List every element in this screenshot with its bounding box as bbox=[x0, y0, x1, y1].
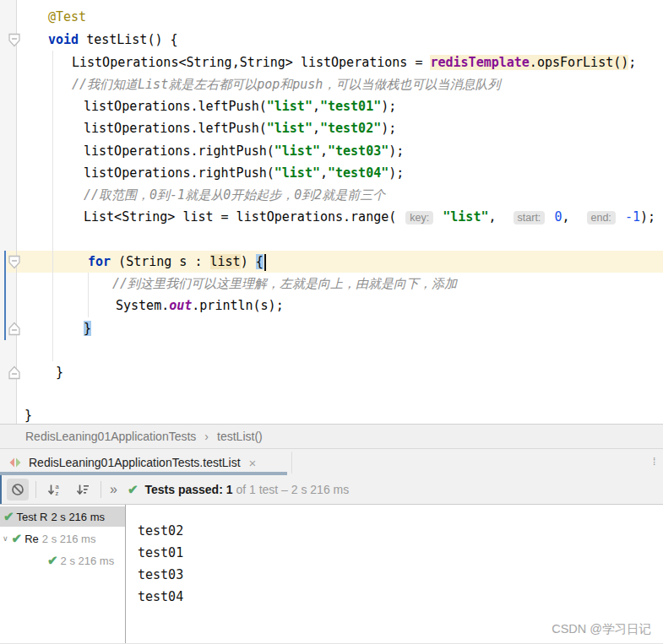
code-token[interactable]: "list" bbox=[443, 209, 488, 225]
chevron-down-icon[interactable]: ∨ bbox=[3, 534, 8, 543]
test-tree-row[interactable]: ✔Test R2 s 216 ms bbox=[0, 506, 125, 527]
code-token[interactable]: , bbox=[320, 165, 328, 181]
code-line[interactable]: //取范围，0到-1就是从0开始起步，0到2就是前三个 bbox=[84, 184, 385, 206]
code-token[interactable]: //我们知道List就是左右都可以pop和push，可以当做栈也可以当消息队列 bbox=[72, 77, 500, 92]
code-token[interactable]: key: bbox=[405, 211, 433, 225]
code-token[interactable]: ) bbox=[241, 254, 256, 269]
code-token[interactable]: .opsForList() bbox=[530, 55, 628, 70]
code-token[interactable]: listOperations.rightPush( bbox=[84, 165, 274, 181]
tree-console-splitter[interactable] bbox=[125, 505, 126, 644]
code-token[interactable]: .println(s); bbox=[192, 298, 283, 313]
code-token[interactable]: "test02" bbox=[320, 121, 381, 136]
console-line: test02 bbox=[138, 520, 183, 542]
run-tab-title: RedisLeaning01ApplicationTests.testList bbox=[29, 456, 241, 469]
code-line[interactable]: for (String s : list) { bbox=[88, 251, 266, 273]
code-token[interactable]: , bbox=[320, 143, 328, 159]
code-line[interactable]: List<String> list = listOperations.range… bbox=[84, 206, 655, 228]
code-token[interactable]: -1 bbox=[625, 209, 640, 225]
panel-options-icon[interactable]: ⁞ bbox=[653, 456, 661, 468]
code-line[interactable]: listOperations.leftPush("list","test01")… bbox=[84, 95, 396, 117]
code-token[interactable]: System. bbox=[116, 298, 169, 313]
gutter-separator bbox=[16, 0, 17, 424]
test-tree[interactable]: ✔Test R2 s 216 ms∨✔Re2 s 216 ms✔2 s 216 … bbox=[0, 505, 125, 644]
code-token[interactable]: } bbox=[56, 365, 63, 380]
code-token[interactable]: ); bbox=[381, 121, 396, 136]
code-token[interactable]: void bbox=[48, 32, 79, 47]
code-token[interactable]: , bbox=[312, 121, 320, 136]
code-editor[interactable]: @Testvoid testList() {ListOperations<Str… bbox=[0, 0, 663, 424]
code-token[interactable]: ); bbox=[640, 209, 655, 225]
code-token[interactable] bbox=[435, 209, 443, 225]
code-line[interactable]: ListOperations<String,String> listOperat… bbox=[72, 51, 636, 73]
code-token[interactable]: "test03" bbox=[328, 143, 389, 159]
code-line[interactable]: @Test bbox=[48, 6, 86, 28]
fold-expand-icon[interactable] bbox=[8, 255, 21, 269]
code-token[interactable]: } bbox=[84, 321, 91, 336]
code-token[interactable]: "list" bbox=[267, 121, 312, 136]
code-token[interactable]: "list" bbox=[267, 99, 312, 114]
code-token[interactable]: for bbox=[88, 254, 111, 269]
code-token[interactable] bbox=[617, 209, 625, 225]
sort-alphabetically-button[interactable]: a z bbox=[43, 479, 65, 501]
code-token[interactable]: } bbox=[24, 408, 32, 423]
code-token[interactable]: listOperations.leftPush( bbox=[84, 121, 267, 136]
code-token[interactable]: redisTemplate bbox=[430, 55, 529, 70]
code-line[interactable]: } bbox=[84, 317, 91, 339]
console-line: test01 bbox=[138, 542, 183, 564]
code-token[interactable]: @Test bbox=[48, 9, 86, 24]
console-output[interactable]: test02test01test03test04 bbox=[138, 520, 183, 608]
code-line[interactable]: System.out.println(s); bbox=[116, 295, 284, 317]
test-tree-row[interactable]: ∨✔Re2 s 216 ms bbox=[0, 528, 125, 549]
code-token[interactable]: ; bbox=[628, 55, 636, 70]
change-marker[interactable] bbox=[4, 251, 6, 340]
run-tab-bar: RedisLeaning01ApplicationTests.testList … bbox=[0, 448, 663, 475]
hide-passed-button[interactable] bbox=[7, 479, 29, 501]
code-token[interactable]: , bbox=[488, 209, 511, 225]
code-token[interactable]: "test04" bbox=[328, 165, 389, 181]
code-line[interactable]: listOperations.rightPush("list","test03"… bbox=[84, 140, 404, 162]
code-line[interactable]: void testList() { bbox=[48, 29, 178, 51]
test-node-label: Test R bbox=[17, 511, 48, 523]
code-token[interactable]: testList() { bbox=[79, 32, 177, 47]
fold-expand-icon[interactable] bbox=[8, 33, 21, 47]
code-token[interactable]: out bbox=[169, 298, 192, 313]
code-line[interactable]: //到这里我们可以这里理解，左就是向上，由就是向下，添加 bbox=[112, 273, 457, 295]
indent-guide bbox=[52, 51, 53, 361]
more-actions-icon[interactable]: » bbox=[110, 482, 117, 497]
console-line: test03 bbox=[138, 564, 183, 586]
close-icon[interactable]: × bbox=[249, 456, 257, 470]
code-token[interactable]: end: bbox=[587, 211, 616, 225]
code-line[interactable]: listOperations.leftPush("list","test02")… bbox=[84, 117, 396, 139]
code-token[interactable]: "list" bbox=[274, 143, 320, 159]
code-line[interactable]: listOperations.rightPush("list","test04"… bbox=[84, 162, 404, 184]
breadcrumb-method[interactable]: testList() bbox=[217, 430, 263, 443]
code-token[interactable]: { bbox=[256, 254, 264, 269]
test-runner-toolbar: a z » ✔ Tests passed: 1 of 1 test – 2 s … bbox=[0, 475, 663, 505]
ide-window: @Testvoid testList() {ListOperations<Str… bbox=[0, 0, 663, 644]
code-token[interactable]: ); bbox=[389, 165, 404, 181]
code-token[interactable]: listOperations.rightPush( bbox=[84, 143, 274, 159]
code-token[interactable]: "list" bbox=[274, 165, 320, 181]
code-token[interactable]: //到这里我们可以这里理解，左就是向上，由就是向下，添加 bbox=[112, 276, 457, 291]
code-token[interactable]: , bbox=[562, 209, 584, 225]
fold-end-icon[interactable] bbox=[8, 322, 21, 336]
code-token[interactable]: , bbox=[312, 99, 320, 114]
code-token[interactable]: ); bbox=[381, 99, 396, 114]
toolbar-separator bbox=[35, 481, 36, 498]
code-token[interactable]: ListOperations<String,String> listOperat… bbox=[72, 55, 430, 70]
code-token[interactable]: "test01" bbox=[320, 99, 381, 114]
fold-end-icon[interactable] bbox=[8, 365, 21, 380]
sort-by-duration-button[interactable] bbox=[72, 479, 94, 501]
test-tree-row[interactable]: ✔2 s 216 ms bbox=[0, 550, 125, 571]
code-token[interactable]: ); bbox=[389, 143, 404, 159]
circle-slash-icon bbox=[11, 483, 24, 496]
code-token[interactable]: (String s : bbox=[111, 254, 209, 269]
code-token[interactable]: //取范围，0到-1就是从0开始起步，0到2就是前三个 bbox=[84, 187, 385, 203]
code-line[interactable]: //我们知道List就是左右都可以pop和push，可以当做栈也可以当消息队列 bbox=[72, 73, 500, 95]
code-line[interactable]: } bbox=[56, 361, 63, 383]
breadcrumb-class[interactable]: RedisLeaning01ApplicationTests bbox=[25, 430, 196, 443]
code-token[interactable]: start: bbox=[514, 211, 546, 225]
code-token[interactable]: listOperations.leftPush( bbox=[84, 99, 267, 114]
code-token[interactable]: list bbox=[210, 254, 241, 269]
code-token[interactable]: List<String> list = listOperations.range… bbox=[84, 209, 404, 225]
